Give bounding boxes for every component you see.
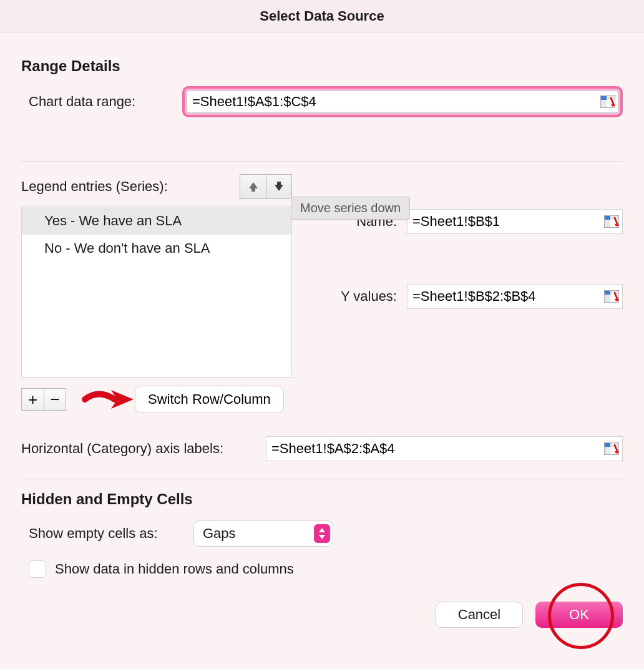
show-empty-cells-label: Show empty cells as: [21,525,193,542]
move-series-down-button[interactable] [266,174,292,199]
add-series-button[interactable]: + [21,388,44,411]
show-empty-cells-select[interactable]: Gaps [193,520,333,547]
switch-row-column-button[interactable]: Switch Row/Column [135,386,284,413]
cancel-button[interactable]: Cancel [436,602,523,628]
chart-data-range-input[interactable] [187,90,618,113]
category-axis-label: Horizontal (Category) axis labels: [21,441,266,457]
dialog-title: Select Data Source [260,8,384,24]
svg-marker-5 [249,182,258,192]
svg-rect-19 [605,443,610,447]
move-series-up-button[interactable] [240,174,266,199]
show-hidden-data-checkbox[interactable] [29,560,46,578]
svg-marker-23 [319,528,325,532]
range-picker-icon[interactable] [604,215,619,228]
select-stepper-icon [314,524,330,543]
ok-button[interactable]: OK [535,602,623,628]
move-series-down-tooltip: Move series down [291,197,410,220]
category-axis-input[interactable] [266,436,623,461]
svg-marker-24 [319,535,325,539]
svg-rect-1 [601,96,607,100]
chart-data-range-highlight [182,86,623,117]
svg-rect-10 [605,220,610,227]
hidden-empty-heading: Hidden and Empty Cells [21,491,623,508]
svg-marker-6 [275,182,283,191]
svg-rect-21 [605,447,610,454]
annotation-arrow-icon [80,383,136,416]
svg-rect-13 [605,291,610,295]
series-item[interactable]: No - We don't have an SLA [22,235,291,262]
show-hidden-data-label: Show data in hidden rows and columns [55,561,294,577]
svg-rect-3 [601,100,607,107]
chart-data-range-label: Chart data range: [21,94,182,110]
range-details-heading: Range Details [21,57,623,75]
series-listbox[interactable]: Yes - We have an SLA No - We don't have … [21,207,292,378]
series-name-input[interactable] [407,209,623,234]
remove-series-button[interactable]: − [44,388,66,411]
svg-rect-8 [605,216,610,220]
svg-rect-15 [605,295,610,302]
dialog-titlebar: Select Data Source [0,0,644,32]
legend-entries-label: Legend entries (Series): [21,178,240,195]
series-yvalues-input[interactable] [407,284,623,309]
series-item[interactable]: Yes - We have an SLA [22,207,291,235]
range-picker-icon[interactable] [600,95,615,108]
series-yvalues-label: Y values: [307,288,407,305]
show-empty-cells-value: Gaps [203,525,236,542]
svg-marker-17 [111,390,134,409]
range-picker-icon[interactable] [604,290,619,303]
range-picker-icon[interactable] [604,442,619,455]
